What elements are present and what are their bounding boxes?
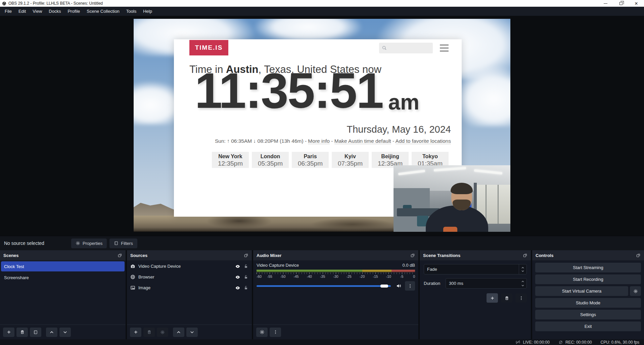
menu-bar: File Edit View Docks Profile Scene Colle… <box>0 7 644 16</box>
start-virtual-camera-button[interactable]: Start Virtual Camera <box>535 286 628 296</box>
audio-mixer-panel: Audio Mixer Video Capture Device 0.0 dB … <box>253 250 418 339</box>
menu-tools[interactable]: Tools <box>123 7 140 16</box>
source-properties-button[interactable] <box>157 328 168 337</box>
date-display: Thursday, May 16, 2024 <box>347 124 451 135</box>
scene-transitions-panel: Scene Transitions Fade Duration 300 ms <box>420 250 531 339</box>
source-item-video-capture[interactable]: Video Capture Device <box>127 261 252 271</box>
scenes-title: Scenes <box>3 253 19 258</box>
scene-down-button[interactable] <box>59 328 71 337</box>
window-title: OBS 29.1.2 - Profile: LLHLS BETA - Scene… <box>8 1 103 6</box>
transition-menu-button[interactable] <box>515 293 527 303</box>
transition-select[interactable]: Fade <box>424 264 527 274</box>
properties-button[interactable]: Properties <box>71 239 107 248</box>
visibility-eye-icon[interactable] <box>235 264 240 269</box>
source-up-button[interactable] <box>173 328 184 337</box>
advanced-audio-button[interactable] <box>256 328 268 337</box>
clock-meridiem: am <box>388 94 419 111</box>
controls-panel: Controls Start Streaming Start Recording… <box>532 250 644 339</box>
gear-icon <box>76 241 80 246</box>
stream-inactive-icon <box>515 340 520 345</box>
add-source-button[interactable] <box>130 328 141 337</box>
filters-button[interactable]: Filters <box>109 239 137 248</box>
image-icon <box>130 285 135 290</box>
trash-icon <box>20 330 25 335</box>
trash-icon <box>504 296 509 301</box>
mixer-channel-menu-button[interactable] <box>405 281 415 291</box>
chevron-up-icon <box>521 266 524 269</box>
studio-mode-button[interactable]: Studio Mode <box>535 298 641 308</box>
source-toolbar: No source selected Properties Filters <box>0 236 644 250</box>
gear-icon <box>633 289 638 294</box>
add-favorite-link: Add to favorite locations <box>396 138 451 144</box>
scene-item-screenshare[interactable]: Screenshare <box>1 272 125 283</box>
chevron-down-icon <box>190 330 194 335</box>
audio-mixer-title: Audio Mixer <box>257 253 281 258</box>
popout-icon[interactable] <box>636 253 641 258</box>
menu-file[interactable]: File <box>1 7 15 16</box>
record-inactive-icon <box>558 340 563 345</box>
add-scene-button[interactable] <box>3 328 14 337</box>
minimize-button[interactable] <box>598 0 613 7</box>
sources-title: Sources <box>130 253 147 258</box>
kebab-icon <box>408 284 413 289</box>
remove-source-button[interactable] <box>143 328 155 337</box>
source-status-text: No source selected <box>4 241 71 246</box>
source-item-browser[interactable]: Browser <box>127 272 252 282</box>
visibility-eye-icon[interactable] <box>235 285 240 291</box>
menu-view[interactable]: View <box>29 7 45 16</box>
popout-icon[interactable] <box>523 253 527 258</box>
mixer-level-db: 0.0 dB <box>402 263 415 268</box>
transition-select-arrows[interactable] <box>519 264 526 274</box>
duration-spin-arrows[interactable] <box>519 280 526 287</box>
lock-icon[interactable] <box>243 264 248 269</box>
start-streaming-button[interactable]: Start Streaming <box>535 263 641 272</box>
menu-docks[interactable]: Docks <box>45 7 64 16</box>
scene-item-clock-test[interactable]: Clock Test <box>1 261 125 271</box>
hamburger-menu-icon <box>440 44 449 52</box>
exit-button[interactable]: Exit <box>535 321 641 331</box>
duration-label: Duration <box>424 281 443 286</box>
duration-spinbox[interactable]: 300 ms <box>446 278 527 289</box>
menu-profile[interactable]: Profile <box>64 7 83 16</box>
settings-button[interactable]: Settings <box>535 310 641 319</box>
menu-edit[interactable]: Edit <box>15 7 29 16</box>
chevron-up-icon <box>521 280 524 283</box>
lock-icon[interactable] <box>243 274 248 279</box>
close-button[interactable]: ✕ <box>629 0 644 7</box>
mixer-menu-button[interactable] <box>270 328 281 337</box>
start-recording-button[interactable]: Start Recording <box>535 274 641 284</box>
add-transition-button[interactable] <box>487 293 498 303</box>
volume-slider-handle[interactable] <box>380 285 388 288</box>
remove-transition-button[interactable] <box>501 293 512 303</box>
scene-filters-button[interactable] <box>30 328 41 337</box>
remove-scene-button[interactable] <box>16 328 28 337</box>
filter-icon <box>114 241 119 246</box>
virtual-camera-config-button[interactable] <box>630 286 641 296</box>
source-down-button[interactable] <box>186 328 198 337</box>
restore-button[interactable] <box>613 0 629 7</box>
popout-icon[interactable] <box>118 253 122 258</box>
plus-icon <box>6 330 11 335</box>
visibility-eye-icon[interactable] <box>235 274 240 280</box>
dock-area: Scenes Clock Test Screenshare Sources <box>0 250 644 339</box>
scene-up-button[interactable] <box>46 328 57 337</box>
webcam-overlay <box>394 165 510 232</box>
rec-status: REC: 00:00:00 <box>558 340 592 345</box>
gear-icon <box>160 330 165 335</box>
scenes-panel: Scenes Clock Test Screenshare <box>0 250 126 339</box>
popout-icon[interactable] <box>410 253 415 258</box>
volume-meter <box>257 270 415 272</box>
preview-canvas[interactable]: TIME.IS Time in Austin, Texas, United St… <box>134 19 510 232</box>
kebab-icon <box>519 296 524 301</box>
sun-info-line: Sun: ↑ 06:35AM ↓ 08:20PM (13h 46m) - Mor… <box>215 138 451 144</box>
popout-icon[interactable] <box>244 253 248 258</box>
city-card: London05:35pm <box>252 152 289 168</box>
speaker-icon[interactable] <box>396 283 402 289</box>
cloud <box>453 66 510 126</box>
menu-help[interactable]: Help <box>140 7 155 16</box>
menu-scene-collection[interactable]: Scene Collection <box>83 7 123 16</box>
source-item-image[interactable]: Image <box>127 283 252 293</box>
volume-slider[interactable] <box>257 284 393 288</box>
desert-mesa <box>134 202 177 217</box>
lock-icon[interactable] <box>243 285 248 290</box>
